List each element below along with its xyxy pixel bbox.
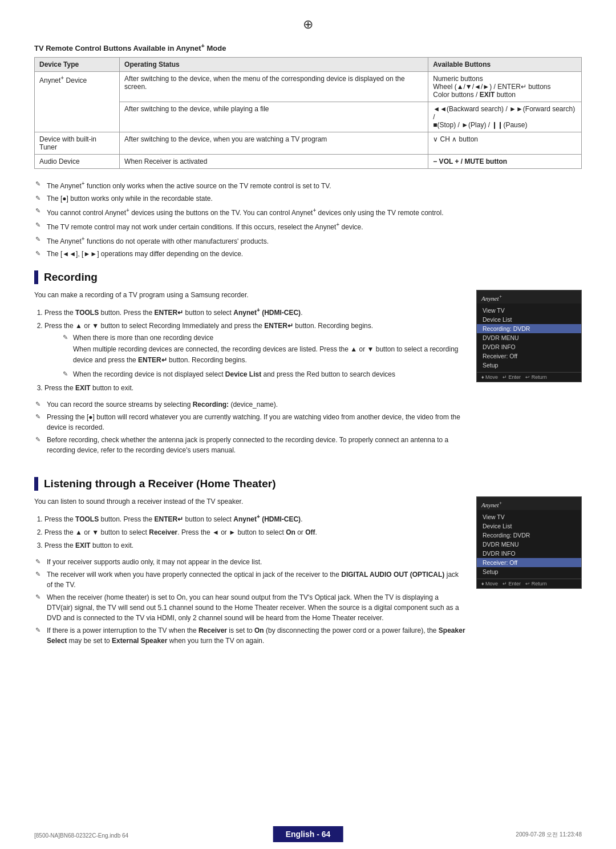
- menu-item-dvdr-menu-l: DVDR MENU: [477, 540, 581, 549]
- footer-return-l: ↩ Return: [525, 581, 547, 587]
- note-item: If there is a power interruption to the …: [34, 624, 466, 647]
- page: ⊕ TV Remote Control Buttons Available in…: [0, 0, 616, 849]
- english-badge: English - 64: [273, 826, 343, 842]
- menu-logo-listening: Anynet+: [477, 497, 581, 510]
- footer-move: ♦ Move: [481, 374, 498, 380]
- recording-intro: You can make a recording of a TV program…: [34, 290, 466, 301]
- listening-step-3: Press the EXIT button to exit.: [44, 540, 466, 551]
- recording-step-1: Press the TOOLS button. Press the ENTER↵…: [44, 306, 466, 318]
- note-item: The receiver will work when you have pro…: [34, 568, 466, 591]
- status-receiver-activated: When Receiver is activated: [120, 155, 428, 169]
- note-item: The Anynet+ function only works when the…: [34, 178, 582, 192]
- menu-logo: Anynet+: [477, 290, 581, 304]
- note-item: Before recording, check whether the ante…: [34, 434, 466, 456]
- recording-text-col: You can make a recording of a TV program…: [34, 290, 466, 467]
- footer-return: ↩ Return: [525, 374, 547, 380]
- footer-enter: ↵ Enter: [502, 374, 521, 380]
- recording-sub-note-2: When the recording device is not display…: [62, 368, 466, 381]
- recording-steps: Press the TOOLS button. Press the ENTER↵…: [44, 306, 466, 394]
- menu-item-device-list: Device List: [477, 315, 581, 324]
- recording-sub-para: When multiple recording devices are conn…: [73, 344, 466, 366]
- menu-item-setup-l: Setup: [477, 567, 581, 576]
- menu-item-setup: Setup: [477, 361, 581, 370]
- footer-move-l: ♦ Move: [481, 581, 498, 587]
- device-tuner: Device with built-in Tuner: [35, 132, 120, 155]
- listening-steps: Press the TOOLS button. Press the ENTER↵…: [44, 512, 466, 552]
- footer-center: English - 64: [273, 830, 343, 839]
- table-row: Anynet+ Device After switching to the de…: [35, 72, 582, 102]
- status-menu-displayed: After switching to the device, when the …: [120, 72, 428, 102]
- note-item: The TV remote control may not work under…: [34, 219, 582, 233]
- recording-section-heading: Recording: [34, 270, 582, 284]
- recording-menu-screenshot: Anynet+ View TV Device List Recording: D…: [476, 290, 582, 382]
- menu-item-view-tv-l: View TV: [477, 512, 581, 521]
- note-item: The [●] button works only while in the r…: [34, 192, 582, 205]
- col-header-operating-status: Operating Status: [120, 58, 428, 72]
- listening-step-2: Press the ▲ or ▼ button to select Receiv…: [44, 527, 466, 538]
- status-playing-file: After switching to the device, while pla…: [120, 102, 428, 132]
- note-item: Pressing the [●] button will record what…: [34, 411, 466, 434]
- listening-menu-screenshot: Anynet+ View TV Device List Recording: D…: [476, 496, 582, 589]
- device-audio: Audio Device: [35, 155, 120, 169]
- menu-item-dvdr-info-l: DVDR INFO: [477, 549, 581, 558]
- heading-bar: [34, 477, 38, 491]
- menu-item-recording-dvdr: Recording: DVDR: [477, 324, 581, 333]
- buttons-ch: ∨ CH ∧ button: [428, 132, 582, 155]
- note-item: You cannot control Anynet+ devices using…: [34, 205, 582, 219]
- status-watching-tv: After switching to the device, when you …: [120, 132, 428, 155]
- recording-heading-text: Recording: [44, 271, 98, 284]
- menu-item-device-list-l: Device List: [477, 521, 581, 531]
- recording-content: You can make a recording of a TV program…: [34, 290, 582, 467]
- footer-right: 2009-07-28 오전 11:23:48: [516, 831, 582, 839]
- recording-menu-items: View TV Device List Recording: DVDR DVDR…: [477, 304, 581, 372]
- table-section-title: TV Remote Control Buttons Available in A…: [34, 42, 582, 52]
- note-item: The [◄◄], [►►] operations may differ dep…: [34, 248, 582, 260]
- menu-item-receiver-off-l: Receiver: Off: [477, 558, 581, 567]
- listening-heading-text: Listening through a Receiver (Home Theat…: [44, 478, 275, 490]
- menu-footer-listening: ♦ Move ↵ Enter ↩ Return: [477, 579, 581, 588]
- top-compass-icon: ⊕: [34, 17, 582, 32]
- recording-post-notes: You can record the source streams by sel…: [34, 398, 466, 456]
- buttons-numeric: Numeric buttons Wheel (▲/▼/◄/►) / ENTER↵…: [428, 72, 582, 102]
- col-header-available-buttons: Available Buttons: [428, 58, 582, 72]
- menu-item-dvdr-info: DVDR INFO: [477, 342, 581, 351]
- menu-item-view-tv: View TV: [477, 306, 581, 315]
- footer-left: [8500-NA]BN68-02322C-Eng.indb 64: [34, 832, 128, 839]
- listening-step-1: Press the TOOLS button. Press the ENTER↵…: [44, 512, 466, 525]
- listening-content: You can listen to sound through a receiv…: [34, 496, 582, 657]
- note-item: When the receiver (home theater) is set …: [34, 591, 466, 624]
- listening-post-notes: If your receiver supports audio only, it…: [34, 556, 466, 647]
- listening-section-heading: Listening through a Receiver (Home Theat…: [34, 477, 582, 491]
- footer-enter-l: ↵ Enter: [502, 581, 521, 587]
- listening-menu: Anynet+ View TV Device List Recording: D…: [476, 496, 582, 589]
- remote-control-table: Device Type Operating Status Available B…: [34, 57, 582, 169]
- device-anynet: Anynet+ Device: [35, 72, 120, 132]
- menu-item-recording-dvdr-l: Recording: DVDR: [477, 531, 581, 540]
- listening-menu-items: View TV Device List Recording: DVDR DVDR…: [477, 510, 581, 579]
- note-item: You can record the source streams by sel…: [34, 398, 466, 411]
- menu-item-dvdr-menu: DVDR MENU: [477, 333, 581, 342]
- col-header-device-type: Device Type: [35, 58, 120, 72]
- heading-bar: [34, 270, 38, 284]
- listening-intro: You can listen to sound through a receiv…: [34, 496, 466, 507]
- table-row: Audio Device When Receiver is activated …: [35, 155, 582, 169]
- table-row: Device with built-in Tuner After switchi…: [35, 132, 582, 155]
- recording-step-3: Press the EXIT button to exit.: [44, 383, 466, 394]
- buttons-playback: ◄◄(Backward search) / ►►(Forward search)…: [428, 102, 582, 132]
- recording-menu: Anynet+ View TV Device List Recording: D…: [476, 290, 582, 382]
- menu-item-receiver-off: Receiver: Off: [477, 351, 581, 361]
- recording-step-2: Press the ▲ or ▼ button to select Record…: [44, 321, 466, 381]
- note-item: If your receiver supports audio only, it…: [34, 556, 466, 568]
- note-item: The Anynet+ functions do not operate wit…: [34, 233, 582, 248]
- recording-sub-note-1: When there is more than one recording de…: [62, 331, 466, 344]
- menu-footer-recording: ♦ Move ↵ Enter ↩ Return: [477, 372, 581, 382]
- listening-text-col: You can listen to sound through a receiv…: [34, 496, 466, 657]
- buttons-vol-mute: − VOL + / MUTE button: [428, 155, 582, 169]
- table-notes: The Anynet+ function only works when the…: [34, 178, 582, 260]
